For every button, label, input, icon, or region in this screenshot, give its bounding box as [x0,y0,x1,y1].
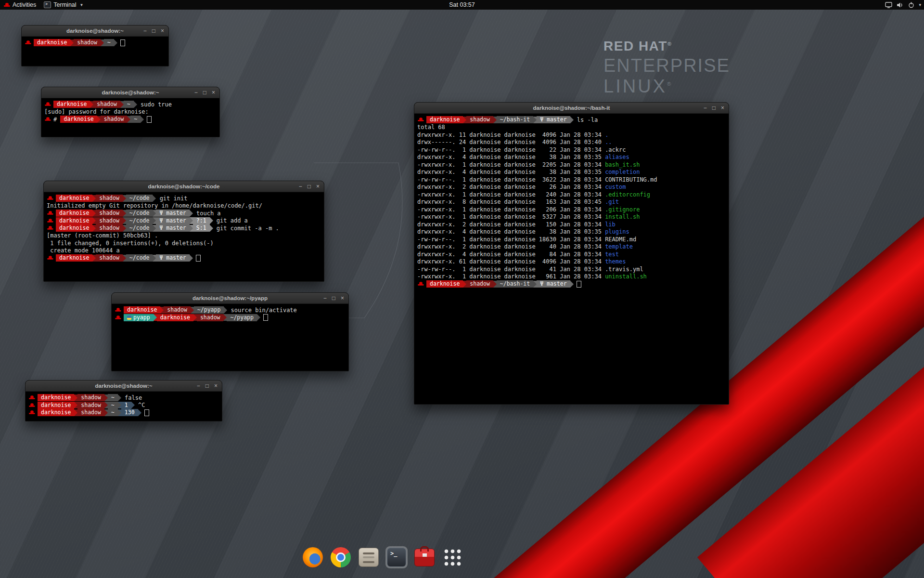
maximize-button[interactable]: □ [332,295,335,301]
dock-item-toolbox[interactable] [413,546,436,568]
prompt-segment-git: Ψ master [156,254,189,262]
terminal-text: 1 file changed, 0 insertions(+), 0 delet… [47,240,214,247]
terminal-text: drwxrwxr-x. 8 darknoise darknoise 163 Ja… [417,198,605,205]
terminal-text: git commit -a -m . [213,225,279,232]
prompt-segment-user: darknoise [56,210,92,217]
terminal-body[interactable]: darknoiseshadow~/pyapp source bin/activa… [112,304,348,323]
terminal-line: -rw-rw-r--. 1 darknoise darknoise 22 Jan… [417,146,726,154]
terminal-text: .gitignore [605,206,640,213]
terminal-line: -rwxrwxr-x. 1 darknoise darknoise 5327 J… [417,213,726,221]
terminal-body[interactable]: darknoiseshadow~ falsedarknoiseshadow~1 … [26,392,222,419]
maximize-button[interactable]: □ [308,184,311,189]
terminal-text: bash_it.sh [605,161,640,168]
maximize-button[interactable]: □ [712,105,716,111]
minimize-button[interactable]: − [194,90,198,95]
prompt-segment-git: Ψ master [156,217,189,224]
terminal-body[interactable]: darknoiseshadow~/code git initInitialize… [44,192,324,264]
prompt-segment-path: ~ [130,116,141,123]
terminal-text: themes [605,258,626,265]
terminal-body[interactable]: darknoiseshadow~/bash-itΨ master ls -lat… [414,114,729,290]
terminal-line: drwxrwxr-x. 8 darknoise darknoise 163 Ja… [417,198,726,206]
window-titlebar[interactable]: darknoise@shadow:~/pyapp−□× [112,293,348,304]
window-titlebar[interactable]: darknoise@shadow:~−□× [26,381,222,392]
dock-item-app-grid[interactable] [441,546,463,568]
dock-item-terminal[interactable] [385,546,408,568]
close-button[interactable]: × [214,383,218,389]
prompt-segment-path: ~/code [126,254,153,262]
prompt-segment-path: ~ [108,402,118,409]
minimize-button[interactable]: − [704,105,707,111]
maximize-button[interactable]: □ [205,383,209,389]
clock[interactable]: Sat 03:57 [0,1,924,8]
close-button[interactable]: × [341,295,344,301]
powerline-separator [463,117,466,123]
terminal-icon [387,548,406,567]
prompt-segment-host: shadow [197,314,224,321]
terminal-window: darknoise@shadow:~/code−□×darknoiseshado… [43,181,324,282]
powerline-separator [70,39,74,46]
terminal-text: . [605,131,608,138]
powerline-separator [131,402,135,408]
dock-item-files[interactable] [358,546,380,568]
prompt-segment-cnt: S:1 [193,224,210,232]
window-titlebar[interactable]: darknoise@shadow:~−□× [41,87,219,98]
minimize-button[interactable]: − [323,295,327,301]
close-button[interactable]: × [212,90,215,95]
powerline-separator [123,217,126,224]
prompt-segment-path: ~/code [126,210,153,217]
terminal-text: drwxrwxr-x. 2 darknoise darknoise 40 Jan… [417,243,605,250]
prompt-segment-path: ~/pyapp [194,306,224,314]
window-titlebar[interactable]: darknoise@shadow:~/bash-it−□× [414,103,729,114]
terminal-text: -rwxrwxr-x. 1 darknoise darknoise 206 Ja… [417,206,605,213]
powerline-separator [190,225,193,232]
terminal-line: drwxrwxr-x. 2 darknoise darknoise 150 Ja… [417,221,726,228]
prompt-segment-path: ~ [104,39,114,46]
window-controls: −□× [197,381,218,391]
powerline-separator [153,210,156,217]
prompt-segment-host: shadow [164,306,191,314]
close-button[interactable]: × [161,28,164,34]
prompt-segment-host: shadow [96,254,123,262]
window-titlebar[interactable]: darknoise@shadow:~−□× [22,26,168,37]
prompt-segment-path: ~/bash-it [497,280,533,288]
powerline-separator [123,255,126,262]
powerline-separator [463,281,466,288]
prompt-segment-venv: pyapp [124,314,154,321]
window-controls: −□× [323,293,344,303]
terminal-body[interactable]: darknoiseshadow~ [22,37,168,49]
prompt-segment-user: darknoise [56,217,92,224]
terminal-line: -rwxrwxr-x. 1 darknoise darknoise 240 Ja… [417,191,726,198]
prompt-segment-path: ~/code [126,217,153,224]
prompt-segment-host: shadow [77,409,104,416]
minimize-button[interactable]: − [197,383,200,389]
window-titlebar[interactable]: darknoise@shadow:~/code−□× [44,181,324,192]
terminal-text: drwxrwxr-x. 2 darknoise darknoise 26 Jan… [417,184,605,190]
minimize-button[interactable]: − [299,184,302,189]
terminal-window: darknoise@shadow:~−□×darknoiseshadow~ fa… [25,380,222,421]
terminal-body[interactable]: darknoiseshadow~ sudo true[sudo] passwor… [41,98,219,125]
terminal-text: -rwxrwxr-x. 1 darknoise darknoise 2205 J… [417,161,605,168]
window-controls: −□× [143,26,164,36]
firefox-icon [303,547,323,567]
close-button[interactable]: × [721,105,724,111]
dock-item-chrome[interactable] [330,546,352,568]
prompt-segment-user: darknoise [53,101,90,108]
system-status-area[interactable]: ▾ [885,0,921,10]
terminal-line: darknoiseshadow~/bash-itΨ master [417,280,726,288]
terminal-text: drwxrwxr-x. 61 darknoise darknoise 4096 … [417,258,605,265]
window-title: darknoise@shadow:~ [66,28,124,34]
maximize-button[interactable]: □ [152,28,155,34]
powerline-separator [92,225,96,232]
close-button[interactable]: × [316,184,320,189]
display-icon [885,2,892,8]
powerline-separator [153,195,156,202]
terminal-text: git add a [213,217,248,224]
dock-item-firefox[interactable] [302,546,324,568]
terminal-text: completion [605,169,640,175]
window-title: darknoise@shadow:~ [102,90,159,95]
minimize-button[interactable]: − [143,28,147,34]
powerline-separator [92,217,96,224]
maximize-button[interactable]: □ [203,90,206,95]
prompt-segment-user: darknoise [56,224,92,232]
terminal-line: create mode 100644 a [47,247,321,255]
